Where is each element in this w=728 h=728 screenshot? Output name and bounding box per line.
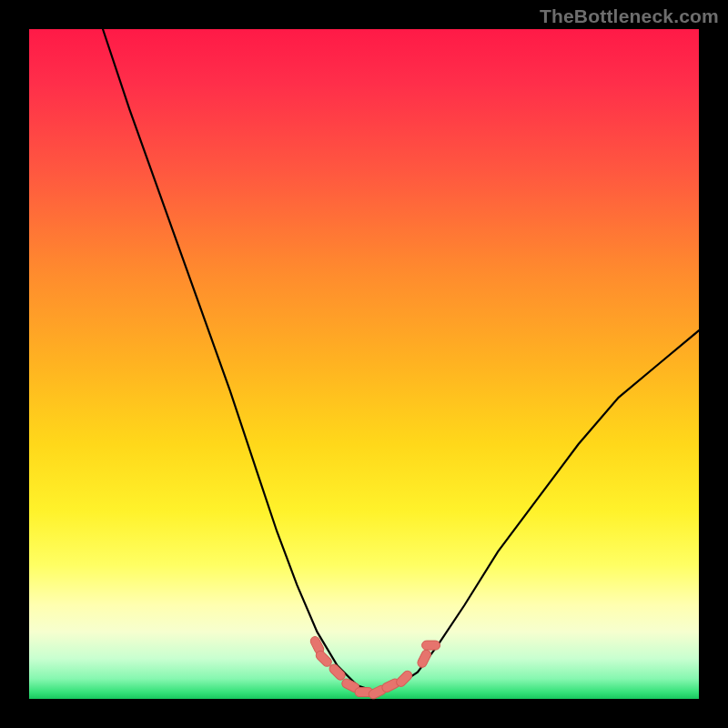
plot-svg [29, 29, 699, 699]
marker-point [416, 649, 432, 669]
marker-point [422, 641, 440, 650]
marker-point [395, 669, 414, 688]
marker-point [328, 662, 347, 682]
watermark-text: TheBottleneck.com [540, 5, 719, 27]
chart-frame: TheBottleneck.com [0, 0, 728, 728]
plot-area [29, 29, 699, 699]
bottleneck-curve [103, 29, 699, 693]
